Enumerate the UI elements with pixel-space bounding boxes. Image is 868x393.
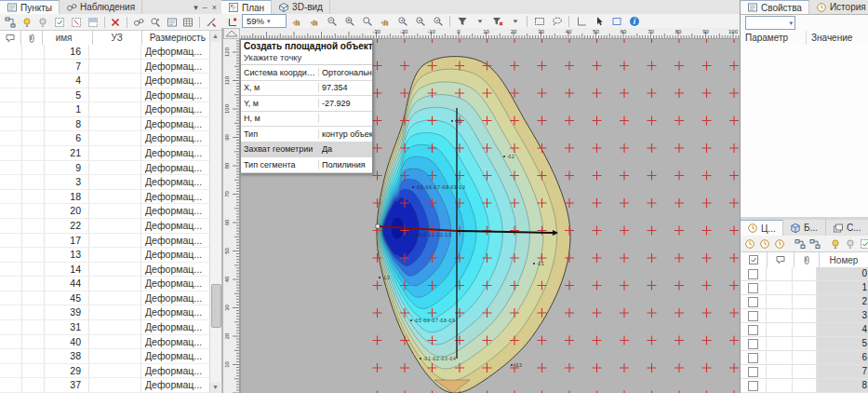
cycle-row[interactable]: 8 [741,379,868,393]
point-row[interactable]: 6 Деформац... [0,131,210,146]
point-row[interactable]: 37 Деформац... [0,378,210,393]
corner-icon[interactable] [573,14,589,29]
invert-icon[interactable] [86,15,100,30]
point-row[interactable]: 1 Деформац... [0,102,210,117]
dialog-param-value[interactable]: контур объекта [319,129,372,139]
tab-istoriya[interactable]: История [809,0,868,14]
cycle-checkbox[interactable] [748,339,758,349]
tab-plan[interactable]: План [221,0,272,14]
panel-menu-button[interactable]: ▾ [194,3,198,12]
cycle-checkbox[interactable] [748,325,758,335]
bottom-tab-1[interactable]: Ц... [741,220,783,236]
panel-close-button[interactable]: × [212,3,217,12]
scroll-down-icon[interactable]: ▼ [210,382,220,393]
point-row[interactable]: 3 Деформац... [0,175,210,190]
point-row[interactable]: 45 Деформац... [0,291,210,306]
mag-minus-icon[interactable] [324,14,340,29]
point-row[interactable]: 16 Деформац... [0,45,210,60]
mag-all-icon[interactable] [430,14,446,29]
deselect-icon[interactable] [69,15,84,30]
cycle-row[interactable]: 3 [741,309,868,323]
binoculars-icon[interactable] [131,15,146,30]
search-gear-icon[interactable] [148,15,163,30]
cycle-row[interactable]: 0 [741,267,868,281]
tab-svoystva[interactable]: Свойства [741,0,809,14]
hand-icon[interactable] [288,14,304,29]
clock-icon[interactable] [773,237,786,251]
point-row[interactable]: 29 Деформац... [0,364,210,379]
point-row[interactable]: 7 Деформац... [0,60,210,75]
dialog-param-value[interactable]: -27.929 [319,99,372,108]
scroll-up-icon[interactable]: ▲ [210,31,220,42]
rect-sel-icon[interactable] [531,14,547,29]
dialog-param-value[interactable]: 97.354 [319,83,372,92]
tab-punkty[interactable]: Пункты [0,0,60,14]
point-row[interactable]: 13 Деформац... [0,248,210,263]
column-header-dimension[interactable]: Размерность [142,31,210,45]
snap-corner-icon[interactable] [224,14,240,29]
select-marked-icon[interactable] [52,15,67,30]
column-header-name[interactable]: имя [43,31,92,45]
mag-all-icon[interactable] [394,14,410,29]
point-row[interactable]: 40 Деформац... [0,335,210,350]
plan-canvas-area[interactable]: -30-20-100102030405060708090100 12011010… [221,28,740,393]
cycle-checkbox[interactable] [748,381,758,391]
point-row[interactable]: 9 Деформац... [0,161,210,176]
bottom-tab-3[interactable]: С... [826,220,868,236]
hand-icon[interactable] [306,14,322,29]
zoom-level-combobox[interactable]: 59% ▾ [242,14,287,28]
panel-minimize-button[interactable]: – [203,3,207,12]
links-icon[interactable] [3,15,18,30]
point-row[interactable]: 20 Деформац... [0,204,210,219]
funnel-x-icon[interactable] [489,14,505,29]
bulb-on-icon[interactable] [829,237,842,251]
flow-icon[interactable] [808,237,821,251]
cycle-row[interactable]: 5 [741,337,868,351]
mag-plus-icon[interactable] [341,14,357,29]
dialog-param-value[interactable]: Ортогональная [319,68,372,77]
flow-icon[interactable] [794,237,807,251]
clock-icon[interactable] [758,237,771,251]
form-icon[interactable] [165,15,180,30]
point-row[interactable]: 17 Деформац... [0,234,210,249]
object-selector-combobox[interactable]: ▾ [745,16,795,30]
cycle-checkbox[interactable] [748,297,758,307]
funnel-icon[interactable] [454,14,470,29]
hand-icon[interactable] [377,14,393,29]
grid-icon[interactable] [181,15,196,30]
point-row[interactable]: 38 Деформац... [0,349,210,364]
dialog-param-value[interactable]: Полилиния [319,160,372,169]
tools-icon[interactable] [204,15,219,30]
point-row[interactable]: 39 Деформац... [0,305,210,320]
dialog-param-value[interactable]: Да [319,144,372,154]
dropdown-icon[interactable] [472,14,487,29]
cycle-row[interactable]: 4 [741,323,868,337]
scrollbar-thumb[interactable] [211,284,221,328]
left-scrollbar[interactable]: ▲ ▼ [209,31,221,393]
cursor-icon[interactable] [591,14,607,29]
cycle-checkbox[interactable] [748,283,758,293]
x-red-icon[interactable] [109,15,124,30]
mag-all-icon[interactable] [412,14,428,29]
point-row[interactable]: 5 Деформац... [0,88,210,103]
cycle-row[interactable]: 6 [741,351,868,365]
bulb-on-icon[interactable] [20,15,34,30]
cycle-row[interactable]: 1 [741,281,868,295]
info-icon[interactable]: i [626,14,642,29]
cycle-checkbox[interactable] [748,353,758,363]
point-row[interactable]: 14 Деформац... [0,263,210,278]
tab-nablyudeniya[interactable]: Наблюдения [60,0,142,14]
point-row[interactable]: 18 Деформац... [0,190,210,205]
mag-icon[interactable] [359,14,375,29]
point-row[interactable]: 44 Деформац... [0,277,210,291]
point-row[interactable]: 4 Деформац... [0,74,210,88]
clock-icon[interactable] [743,237,756,251]
cycle-checkbox[interactable] [748,311,758,321]
column-header-number[interactable]: Номер [820,252,868,267]
cycle-row[interactable]: 7 [741,365,868,379]
frame-icon[interactable] [608,14,624,29]
cycle-checkbox[interactable] [748,269,758,279]
properties-table-body[interactable] [741,45,868,217]
cycle-row[interactable]: 2 [741,295,868,309]
bottom-tab-2[interactable]: Б... [783,220,826,236]
